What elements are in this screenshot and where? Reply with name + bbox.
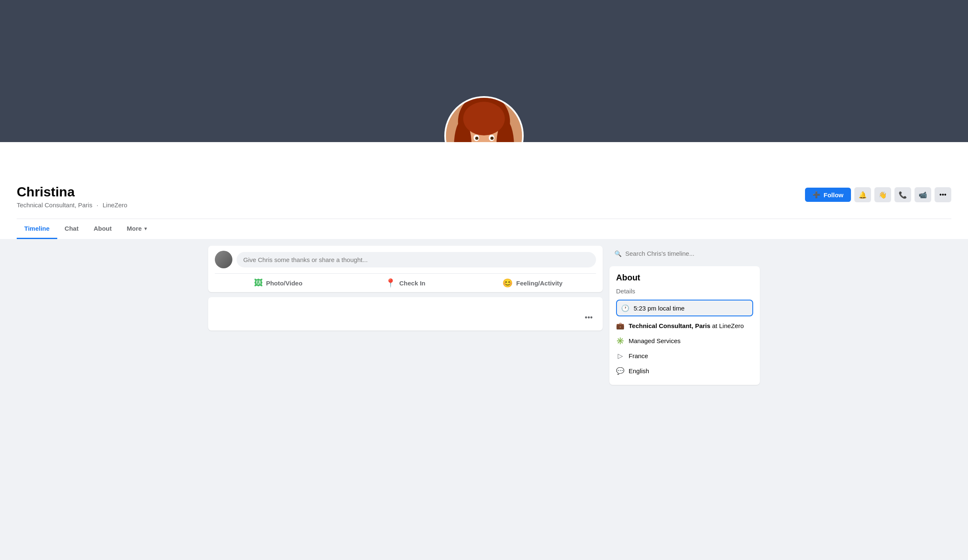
svg-point-8 — [475, 137, 479, 140]
phone-icon: 📞 — [899, 191, 907, 199]
bell-icon: 🔔 — [858, 191, 867, 199]
post-action-buttons-row: 🖼 Photo/Video 📍 Check In 😊 Feeling/Activ… — [215, 273, 596, 292]
right-column: 🔍 About Details 🕐 5:23 pm local time 💼 T… — [609, 246, 760, 385]
tab-timeline[interactable]: Timeline — [17, 219, 57, 239]
checkin-icon: 📍 — [385, 278, 396, 288]
check-in-button[interactable]: 📍 Check In — [342, 274, 469, 292]
svg-point-9 — [490, 137, 494, 140]
post-composer: 🖼 Photo/Video 📍 Check In 😊 Feeling/Activ… — [208, 246, 603, 292]
cover-photo — [0, 0, 968, 142]
profile-subtitle: Technical Consultant, Paris · LineZero — [17, 201, 127, 209]
bell-button[interactable]: 🔔 — [854, 187, 871, 202]
check-in-label: Check In — [399, 280, 425, 287]
photo-icon: 🖼 — [254, 278, 262, 288]
job-company-text: at LineZero — [712, 322, 744, 329]
about-item-language: 💬 English — [616, 363, 753, 378]
briefcase-icon: 💼 — [616, 321, 624, 330]
about-title: About — [616, 273, 753, 283]
profile-action-buttons: ➕ Follow 🔔 👋 📞 📹 ••• — [805, 187, 952, 202]
video-button[interactable]: 📹 — [915, 187, 931, 202]
left-column: 🖼 Photo/Video 📍 Check In 😊 Feeling/Activ… — [208, 246, 603, 385]
job-title-text: Technical Consultant, Paris at LineZero — [629, 322, 744, 329]
speech-bubble-icon: 💬 — [616, 367, 624, 375]
photo-video-label: Photo/Video — [266, 280, 302, 287]
star-icon: ✳️ — [616, 336, 624, 345]
language-text: English — [629, 367, 649, 374]
local-time-text: 5:23 pm local time — [634, 305, 685, 312]
follow-label: Follow — [824, 191, 844, 199]
main-content: 🖼 Photo/Video 📍 Check In 😊 Feeling/Activ… — [191, 239, 777, 392]
feeling-activity-label: Feeling/Activity — [516, 280, 563, 287]
search-input[interactable] — [609, 246, 760, 261]
profile-company: LineZero — [102, 201, 127, 209]
location-text: France — [629, 352, 648, 359]
composer-avatar — [215, 251, 232, 268]
chevron-down-icon: ▼ — [143, 226, 148, 231]
location-icon: ▷ — [616, 351, 624, 360]
profile-name: Christina — [17, 184, 127, 200]
post-options-button[interactable]: ••• — [581, 312, 596, 324]
follow-icon: ➕ — [813, 191, 820, 199]
more-options-button[interactable]: ••• — [935, 187, 951, 202]
wave-icon: 👋 — [879, 191, 887, 199]
tab-chat[interactable]: Chat — [57, 219, 86, 239]
tab-timeline-label: Timeline — [24, 225, 50, 232]
video-icon: 📹 — [919, 191, 927, 199]
three-dots-icon: ••• — [585, 313, 593, 322]
job-title-bold: Technical Consultant, Paris — [629, 322, 711, 329]
tab-more[interactable]: More ▼ — [119, 219, 155, 239]
tab-about[interactable]: About — [86, 219, 119, 239]
timeline-search: 🔍 — [609, 246, 760, 261]
profile-header: Christina Technical Consultant, Paris · … — [0, 0, 968, 239]
about-item-time: 🕐 5:23 pm local time — [616, 300, 753, 316]
profile-job-title: Technical Consultant, Paris — [17, 201, 92, 209]
profile-navigation: Timeline Chat About More ▼ — [17, 219, 951, 239]
profile-name-actions-row: Christina Technical Consultant, Paris · … — [17, 184, 951, 215]
about-card: About Details 🕐 5:23 pm local time 💼 Tec… — [609, 266, 760, 385]
tab-more-label: More — [127, 225, 142, 232]
feeling-activity-button[interactable]: 😊 Feeling/Activity — [469, 274, 596, 292]
profile-info-section: Christina Technical Consultant, Paris · … — [0, 142, 968, 239]
clock-icon: 🕐 — [621, 304, 629, 312]
svg-point-5 — [463, 102, 505, 135]
photo-video-button[interactable]: 🖼 Photo/Video — [215, 274, 342, 292]
tab-chat-label: Chat — [65, 225, 79, 232]
about-details-subtitle: Details — [616, 288, 753, 295]
post-card-empty: ••• — [208, 297, 603, 331]
post-text-input[interactable] — [237, 252, 596, 267]
profile-name-block: Christina Technical Consultant, Paris · … — [17, 184, 127, 209]
feeling-icon: 😊 — [502, 278, 513, 288]
about-item-job: 💼 Technical Consultant, Paris at LineZer… — [616, 318, 753, 333]
wave-button[interactable]: 👋 — [874, 187, 891, 202]
post-input-row — [215, 251, 596, 273]
managed-services-text: Managed Services — [629, 337, 680, 344]
phone-button[interactable]: 📞 — [894, 187, 911, 202]
separator-dot: · — [97, 201, 98, 209]
tab-about-label: About — [94, 225, 112, 232]
follow-button[interactable]: ➕ Follow — [805, 188, 851, 202]
ellipsis-icon: ••• — [940, 191, 947, 199]
search-icon: 🔍 — [614, 250, 622, 257]
about-item-managed-services: ✳️ Managed Services — [616, 333, 753, 348]
about-item-location: ▷ France — [616, 348, 753, 363]
composer-avatar-image — [215, 251, 232, 268]
